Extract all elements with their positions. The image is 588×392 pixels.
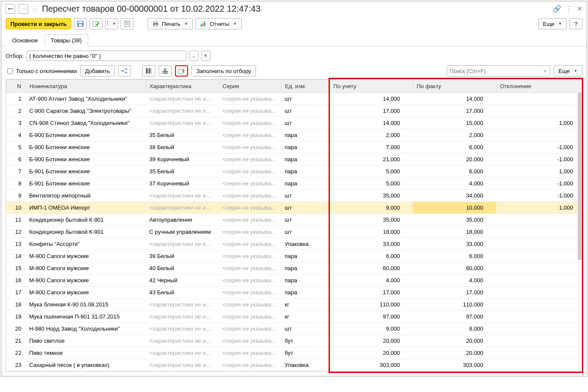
table-cell[interactable]: <характеристики не и... bbox=[146, 117, 219, 129]
table-cell[interactable]: <серия не указыва... bbox=[219, 359, 281, 371]
table-cell[interactable]: бут bbox=[281, 335, 330, 347]
table-cell[interactable]: <серия не указыва... bbox=[219, 323, 281, 335]
table-cell[interactable]: <характеристики не и... bbox=[146, 299, 219, 311]
table-cell[interactable] bbox=[496, 93, 582, 105]
table-row[interactable]: 18Мука блинная К-90 01.08.2015<характери… bbox=[6, 299, 582, 311]
filter-clear-button[interactable]: × bbox=[201, 51, 211, 61]
table-cell[interactable]: 15,000 bbox=[413, 117, 496, 129]
table-cell[interactable]: 38 Белый bbox=[146, 141, 219, 153]
table-cell[interactable]: шт bbox=[281, 190, 330, 202]
table-cell[interactable]: 4,000 bbox=[413, 274, 496, 287]
table-cell[interactable]: <серия не указыва... bbox=[219, 335, 281, 347]
col-header-n[interactable]: N bbox=[6, 80, 26, 93]
table-cell[interactable]: 60,000 bbox=[413, 262, 496, 274]
table-cell[interactable]: М-900 Сапоги мужские bbox=[26, 250, 146, 262]
table-cell[interactable]: 97,000 bbox=[330, 311, 413, 323]
table-cell[interactable]: 18,000 bbox=[413, 226, 496, 238]
table-cell[interactable] bbox=[496, 323, 582, 335]
table-cell[interactable]: 18 bbox=[6, 299, 26, 311]
table-row[interactable]: 6Б-900 Ботинки женские39 Коричневый<сери… bbox=[6, 153, 582, 166]
table-row[interactable]: 2С-900 Саратов Завод "Электротовары"<хар… bbox=[6, 105, 582, 117]
table-row[interactable]: 23Сахарный песок ( в упаковках)<характер… bbox=[6, 359, 582, 371]
table-cell[interactable]: 1 bbox=[6, 93, 26, 105]
table-cell[interactable]: пара bbox=[281, 141, 330, 153]
table-cell[interactable]: <характеристики не и... bbox=[146, 347, 219, 359]
table-row[interactable]: 17М-900 Сапоги мужские43 Белый<серия не … bbox=[6, 287, 582, 299]
nav-back-button[interactable]: 🡐 bbox=[6, 4, 15, 14]
col-header-char[interactable]: Характеристика bbox=[146, 80, 219, 93]
table-cell[interactable]: шт bbox=[281, 323, 330, 335]
vertical-scrollbar[interactable] bbox=[578, 92, 582, 371]
table-cell[interactable] bbox=[496, 359, 582, 371]
table-cell[interactable]: 35 Белый bbox=[146, 129, 219, 141]
help-button[interactable]: ? bbox=[569, 18, 582, 29]
table-cell[interactable]: шт bbox=[281, 214, 330, 226]
table-cell[interactable]: Сахарный песок ( в упаковках) bbox=[26, 359, 146, 371]
table-cell[interactable]: 35,000 bbox=[413, 214, 496, 226]
table-cell[interactable]: Кондиционер бытовой К-901 bbox=[26, 214, 146, 226]
table-cell[interactable] bbox=[496, 287, 582, 299]
post-and-close-button[interactable]: Провести и закрыть bbox=[6, 18, 71, 29]
table-cell[interactable] bbox=[496, 311, 582, 323]
table-cell[interactable]: 20,000 bbox=[330, 335, 413, 347]
table-cell[interactable]: 35,000 bbox=[330, 214, 413, 226]
table-row[interactable]: 15М-900 Сапоги мужские40 Белый<серия не … bbox=[6, 262, 582, 274]
table-cell[interactable]: 37 Коричневый bbox=[146, 178, 219, 190]
table-cell[interactable]: бут bbox=[281, 347, 330, 359]
table-cell[interactable] bbox=[496, 238, 582, 250]
table-row[interactable]: 8Б-901 Ботинки женские37 Коричневый<сери… bbox=[6, 178, 582, 190]
table-cell[interactable]: 7 bbox=[6, 166, 26, 178]
table-row[interactable]: 22Пиво темное<характеристики не и...<сер… bbox=[6, 347, 582, 359]
table-cell[interactable]: 11 bbox=[6, 214, 26, 226]
table-cell[interactable]: пара bbox=[281, 274, 330, 287]
table-cell[interactable]: <серия не указыва... bbox=[219, 153, 281, 166]
table-cell[interactable]: Упаковка bbox=[281, 238, 330, 250]
table-cell[interactable]: 6 bbox=[6, 153, 26, 166]
table-cell[interactable]: 2,000 bbox=[330, 129, 413, 141]
table-cell[interactable]: шт bbox=[281, 105, 330, 117]
table-cell[interactable]: 42 Черный bbox=[146, 274, 219, 287]
table-cell[interactable]: 303,000 bbox=[330, 359, 413, 371]
table-cell[interactable]: 40 Белый bbox=[146, 262, 219, 274]
fill-by-filter-button[interactable]: Заполнить по отбору bbox=[192, 65, 256, 76]
table-cell[interactable]: <характеристики не и... bbox=[146, 335, 219, 347]
table-cell[interactable]: Пиво светлое bbox=[26, 335, 146, 347]
table-cell[interactable]: 4,000 bbox=[413, 178, 496, 190]
table-cell[interactable]: <серия не указыва... bbox=[219, 105, 281, 117]
table-cell[interactable]: 15 bbox=[6, 262, 26, 274]
table-cell[interactable] bbox=[496, 226, 582, 238]
search-clear-button[interactable]: × bbox=[540, 68, 550, 74]
table-cell[interactable]: пара bbox=[281, 178, 330, 190]
table-cell[interactable]: 10,000 bbox=[413, 202, 496, 214]
table-cell[interactable]: 18,000 bbox=[330, 226, 413, 238]
table-row[interactable]: 11Кондиционер бытовой К-901Автоуправлени… bbox=[6, 214, 582, 226]
table-cell[interactable]: 9 bbox=[6, 190, 26, 202]
table-cell[interactable]: Б-900 Ботинки женские bbox=[26, 153, 146, 166]
table-cell[interactable]: <характеристики не и... bbox=[146, 105, 219, 117]
table-cell[interactable]: 14,000 bbox=[330, 93, 413, 105]
table-cell[interactable]: кг bbox=[281, 311, 330, 323]
import-button[interactable] bbox=[175, 65, 188, 76]
table-cell[interactable]: <серия не указыва... bbox=[219, 178, 281, 190]
table-row[interactable]: 21Пиво светлое<характеристики не и...<се… bbox=[6, 335, 582, 347]
table-cell[interactable]: 43 Белый bbox=[146, 287, 219, 299]
table-row[interactable]: 14М-900 Сапоги мужские39 Белый<серия не … bbox=[6, 250, 582, 262]
tab-goods[interactable]: Товары (38) bbox=[45, 34, 88, 46]
table-cell[interactable] bbox=[496, 250, 582, 262]
table-cell[interactable]: 9,000 bbox=[330, 323, 413, 335]
table-cell[interactable]: 3 bbox=[6, 117, 26, 129]
table-cell[interactable]: 39 Коричневый bbox=[146, 153, 219, 166]
table-row[interactable]: 5Б-900 Ботинки женские38 Белый<серия не … bbox=[6, 141, 582, 153]
print-button[interactable]: Печать ▼ bbox=[147, 18, 193, 29]
table-cell[interactable]: <характеристики не и... bbox=[146, 93, 219, 105]
table-cell[interactable]: М-900 Сапоги мужские bbox=[26, 274, 146, 287]
table-cell[interactable]: <серия не указыва... bbox=[219, 141, 281, 153]
table-cell[interactable]: 1,000 bbox=[496, 117, 582, 129]
table-cell[interactable]: Пиво темное bbox=[26, 347, 146, 359]
table-cell[interactable]: 17 bbox=[6, 287, 26, 299]
table-cell[interactable]: 13 bbox=[6, 238, 26, 250]
table-cell[interactable]: М-900 Сапоги мужские bbox=[26, 287, 146, 299]
table-cell[interactable]: 6,000 bbox=[413, 250, 496, 262]
table-cell[interactable]: шт bbox=[281, 226, 330, 238]
table-cell[interactable] bbox=[496, 105, 582, 117]
